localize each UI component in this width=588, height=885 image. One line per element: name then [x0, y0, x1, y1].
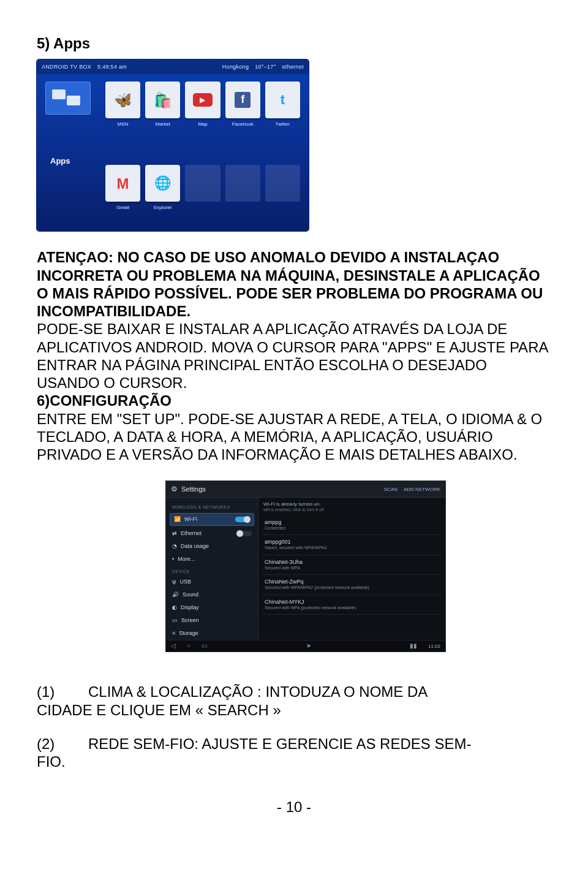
settings-item: ◐Display: [166, 601, 258, 614]
gmail-icon: M: [117, 175, 129, 192]
more-icon: •: [172, 556, 174, 563]
tile-caption: Twitter: [265, 121, 300, 127]
settings-item: ◔Data usage: [166, 540, 258, 553]
app-tile: 🌐Explorer: [145, 165, 180, 202]
video-icon: ▶: [193, 93, 213, 107]
item2-number: (2): [37, 735, 71, 753]
signal-icon: ▮▮: [410, 642, 417, 650]
toggle-switch: [237, 531, 252, 536]
tile-caption: Map: [185, 121, 220, 127]
settings-item-label: USB: [179, 579, 191, 585]
page-number: - 10 -: [37, 798, 551, 816]
recent-icon: ▭: [202, 642, 207, 650]
network-name: amppg: [265, 519, 439, 526]
apps-temp: 10°–17°: [255, 64, 276, 70]
tile-caption: Gmail: [105, 205, 140, 211]
network-detail: Saved, secured with WPA/WPA2: [265, 545, 439, 551]
section-heading: 5) Apps: [37, 34, 551, 52]
settings-item: ≡Storage: [166, 627, 258, 640]
network-detail: Secured with WPA (protected network avai…: [265, 606, 439, 611]
tile-caption: Facebook: [225, 121, 260, 127]
wifi-network-item: ChinaNet-3UhaSecured with WPA: [263, 555, 440, 575]
settings-item-label: Data usage: [181, 543, 209, 550]
network-name: amppg001: [265, 539, 439, 545]
app-tile: fFacebook: [225, 82, 260, 118]
wifi-status-note: Wi-Fi is already turned on. wifi is enab…: [263, 501, 440, 512]
item1-number: (1): [37, 683, 71, 701]
settings-item: 🔊Sound: [166, 588, 258, 601]
settings-item: ψUSB: [166, 575, 258, 588]
app-tile: [185, 165, 220, 202]
apps-location: Hongkong: [222, 64, 249, 70]
network-detail: Secured with WPA/WPA2 (protected network…: [265, 585, 439, 591]
usb-icon: ψ: [172, 579, 176, 585]
data-icon: ◔: [172, 543, 177, 550]
item2-text-start: REDE SEM-FIO: AJUSTE E GERENCIE AS REDES…: [88, 735, 551, 753]
wifi-icon: 📶: [174, 516, 181, 523]
apps-brand: ANDROID TV BOX: [42, 64, 91, 70]
scan-button-label: SCAN: [384, 487, 398, 493]
tile-caption: Market: [145, 121, 180, 127]
wifi-note-line1: Wi-Fi is already turned on.: [263, 501, 320, 507]
numbered-item-2: (2) REDE SEM-FIO: AJUSTE E GERENCIE AS R…: [37, 735, 551, 753]
twitter-icon: t: [281, 92, 285, 108]
install-paragraph: PODE-SE BAIXAR E INSTALAR A APLICAÇÃO AT…: [37, 320, 551, 392]
settings-detail-panel: Wi-Fi is already turned on. wifi is enab…: [258, 498, 445, 641]
facebook-icon: f: [235, 92, 251, 108]
toggle-switch: [235, 517, 250, 522]
group-wireless: WIRELESS & NETWORKS: [166, 501, 258, 512]
cursor-icon: ➤: [306, 642, 311, 650]
home-icon: ○: [187, 642, 190, 650]
sound-icon: 🔊: [172, 591, 179, 598]
statusbar-time: 11:02: [428, 644, 440, 650]
settings-navbar: ◁ ○ ▭ ➤ ▮▮ 11:02: [166, 640, 445, 651]
settings-item-label: More...: [178, 556, 195, 563]
back-icon: ◁: [171, 642, 176, 650]
apps-topbar: ANDROID TV BOX 5:48:54 am Hongkong 10°–1…: [37, 59, 309, 74]
settings-item-label: Ethernet: [181, 530, 202, 537]
settings-screenshot: ⚙ Settings SCAN ADD NETWORK WIRELESS & N…: [165, 480, 446, 652]
wifi-note-line2: wifi is enabled, click to turn it off: [263, 507, 440, 513]
wifi-network-item: ChinaNet-MYKJSecured with WPA (protected…: [263, 595, 440, 615]
apps-grid: 🦋MSN🛍️Market▶MapfFacebooktTwitterMGmail🌐…: [105, 82, 300, 202]
app-tile: [265, 165, 300, 202]
network-name: ChinaNet-MYKJ: [265, 599, 439, 606]
globe-icon: 🌐: [154, 175, 171, 192]
ethernet-icon: ⇄: [172, 530, 177, 537]
settings-item-label: Storage: [179, 630, 198, 637]
settings-item-label: Wi-Fi: [184, 516, 197, 523]
shopping-bag-icon: 🛍️: [154, 91, 172, 109]
settings-topbar: ⚙ Settings SCAN ADD NETWORK: [166, 481, 445, 498]
app-tile: [225, 165, 260, 202]
network-detail: Connected: [265, 526, 439, 531]
network-name: ChinaNet-ZwPq: [265, 579, 439, 585]
instructions-block: PODE-SE BAIXAR E INSTALAR A APLICAÇÃO AT…: [37, 320, 551, 463]
settings-item: ▭Screen: [166, 614, 258, 627]
app-tile: MGmail: [105, 165, 140, 202]
butterfly-icon: 🦋: [112, 89, 134, 110]
item2-text-wrap: FIO.: [37, 753, 551, 770]
apps-time: 5:48:54 am: [97, 64, 127, 70]
settings-item-label: Screen: [181, 617, 199, 624]
display-icon: ◐: [172, 604, 177, 611]
app-tile: tTwitter: [265, 82, 300, 118]
item1-text-start: CLIMA & LOCALIZAÇÃO : INTODUZA O NOME DA: [88, 683, 551, 701]
config-heading: 6)CONFIGURAÇÃO: [37, 392, 551, 409]
apps-category-icon: [45, 82, 91, 115]
apps-category-label: Apps: [50, 156, 87, 166]
settings-sidebar: WIRELESS & NETWORKS📶Wi-Fi⇄Ethernet◔Data …: [166, 498, 258, 641]
network-name: ChinaNet-3Uha: [265, 559, 439, 566]
settings-item: •More...: [166, 553, 258, 566]
apps-screenshot: ANDROID TV BOX 5:48:54 am Hongkong 10°–1…: [37, 59, 309, 231]
gear-icon: ⚙: [171, 485, 178, 494]
wifi-network-item: ChinaNet-ZwPqSecured with WPA/WPA2 (prot…: [263, 575, 440, 595]
config-paragraph: ENTRE EM "SET UP". PODE-SE AJUSTAR A RED…: [37, 410, 551, 464]
screen-icon: ▭: [172, 617, 178, 624]
settings-item: 📶Wi-Fi: [170, 513, 254, 526]
apps-net: ethernet: [282, 64, 304, 70]
settings-item-label: Sound: [183, 591, 198, 598]
attention-paragraph: ATENÇAO: NO CASO DE USO ANOMALO DEVIDO A…: [37, 248, 551, 320]
app-tile: 🛍️Market: [145, 82, 180, 118]
add-network-button-label: ADD NETWORK: [404, 487, 440, 493]
settings-item-label: Display: [181, 604, 199, 611]
